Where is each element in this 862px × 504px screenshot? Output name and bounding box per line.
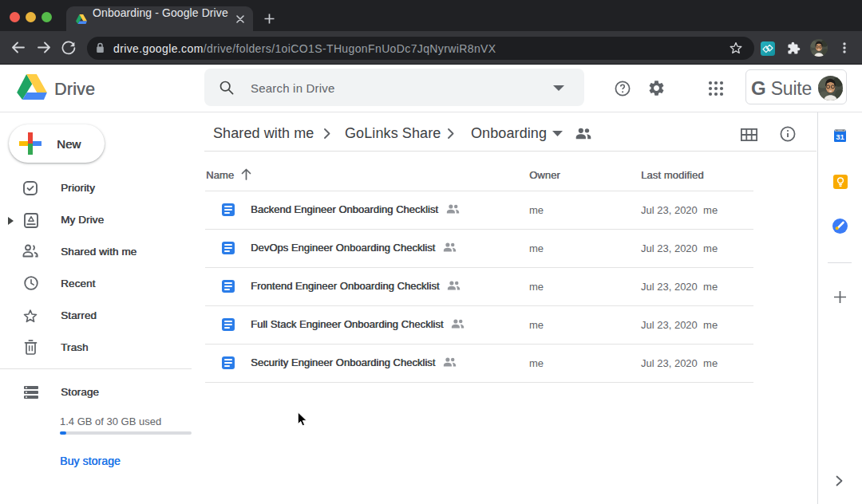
svg-text:31: 31 <box>836 132 844 141</box>
